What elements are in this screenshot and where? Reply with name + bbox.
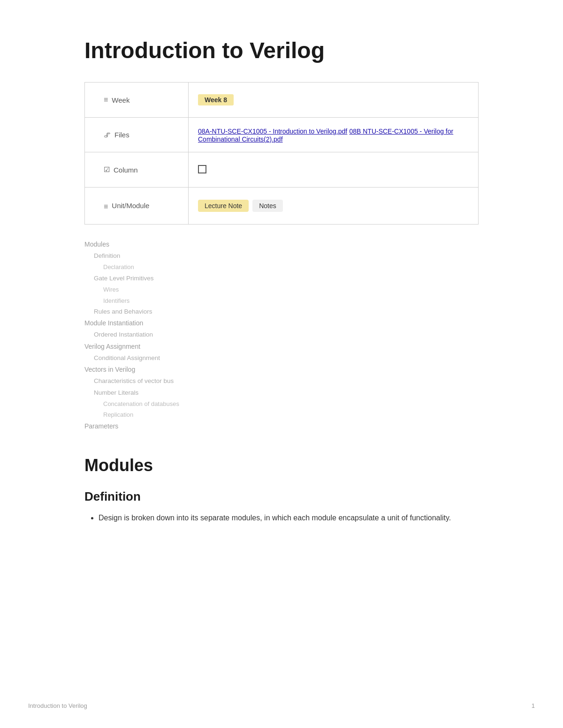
toc-item-vector-characteristics[interactable]: Characteristics of vector bus xyxy=(94,375,479,387)
meta-table: ≡ Week Week 8 🖇 Files 08A-NTU-SCE-C xyxy=(84,82,479,225)
toc-item-declaration[interactable]: Declaration xyxy=(103,262,479,272)
modules-heading: Modules xyxy=(84,456,479,475)
notes-badge[interactable]: Notes xyxy=(252,200,283,212)
definition-heading: Definition xyxy=(84,489,479,504)
toc-item-module-instantiation[interactable]: Module Instantiation xyxy=(84,317,479,329)
files-label: Files xyxy=(114,131,129,139)
file-link-1[interactable]: 08A-NTU-SCE-CX1005 - Introduction to Ver… xyxy=(198,128,347,135)
toc-item-modules[interactable]: Modules xyxy=(84,239,479,250)
footer-right: 1 xyxy=(532,702,535,709)
week-badge: Week 8 xyxy=(198,94,234,105)
checkbox-icon: ☑ xyxy=(104,165,110,174)
column-label-cell: ☑ Column xyxy=(85,152,189,188)
lines-icon: ≡ xyxy=(104,203,108,211)
page-container: Introduction to Verilog ≡ Week Week 8 xyxy=(56,0,507,565)
toc-item-concatenation[interactable]: Concatenation of databuses xyxy=(103,398,479,409)
column-row: ☑ Column xyxy=(85,152,479,188)
definition-bullet-list: Design is broken down into its separate … xyxy=(99,511,479,524)
unit-module-badges: Lecture Note Notes xyxy=(198,200,469,212)
unit-module-value-cell: Lecture Note Notes xyxy=(189,188,479,225)
definition-bullet-item-1: Design is broken down into its separate … xyxy=(99,511,479,524)
toc-item-vectors[interactable]: Vectors in Verilog xyxy=(84,364,479,375)
week-row: ≡ Week Week 8 xyxy=(85,83,479,118)
toc-item-number-literals[interactable]: Number Literals xyxy=(94,387,479,398)
page-title: Introduction to Verilog xyxy=(84,38,479,63)
column-label: Column xyxy=(114,166,138,174)
toc-item-definition[interactable]: Definition xyxy=(94,250,479,262)
toc-item-identifiers[interactable]: Identifiers xyxy=(103,295,479,306)
table-of-contents: Modules Definition Declaration Gate Leve… xyxy=(84,239,479,432)
files-value-cell: 08A-NTU-SCE-CX1005 - Introduction to Ver… xyxy=(189,118,479,152)
toc-item-gate-level[interactable]: Gate Level Primitives xyxy=(94,273,479,284)
paperclip-icon: 🖇 xyxy=(104,131,111,139)
toc-item-parameters[interactable]: Parameters xyxy=(84,420,479,432)
toc-item-wires[interactable]: Wires xyxy=(103,284,479,295)
column-value-cell xyxy=(189,152,479,188)
page-footer: Introduction to Verilog 1 xyxy=(28,702,535,709)
toc-item-verilog-assignment[interactable]: Verilog Assignment xyxy=(84,341,479,353)
unit-module-label: Unit/Module xyxy=(112,202,149,210)
week-label: Week xyxy=(112,96,129,104)
toc-item-replication[interactable]: Replication xyxy=(103,409,479,420)
list-icon: ≡ xyxy=(104,96,108,104)
files-label-cell: 🖇 Files xyxy=(85,118,189,152)
toc-item-conditional-assignment[interactable]: Conditional Assignment xyxy=(94,353,479,364)
unit-module-label-cell: ≡ Unit/Module xyxy=(85,188,189,225)
week-value-cell: Week 8 xyxy=(189,83,479,118)
unit-module-row: ≡ Unit/Module Lecture Note Notes xyxy=(85,188,479,225)
toc-item-ordered-instantiation[interactable]: Ordered Instantiation xyxy=(94,329,479,340)
footer-left: Introduction to Verilog xyxy=(28,702,87,709)
lecture-note-badge[interactable]: Lecture Note xyxy=(198,200,249,212)
week-label-cell: ≡ Week xyxy=(85,83,189,118)
toc-item-rules-behaviors[interactable]: Rules and Behaviors xyxy=(94,306,479,317)
files-row: 🖇 Files 08A-NTU-SCE-CX1005 - Introductio… xyxy=(85,118,479,152)
column-checkbox[interactable] xyxy=(198,165,206,173)
